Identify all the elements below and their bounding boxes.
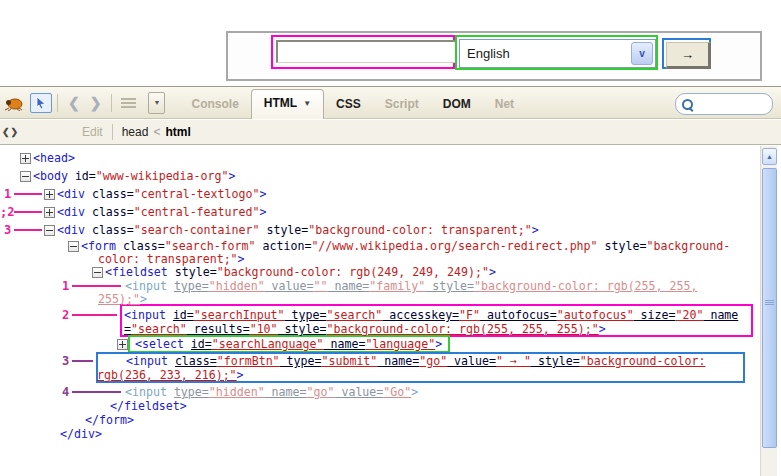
tree-row[interactable]: </fieldset>	[110, 400, 187, 413]
scroll-up-icon[interactable]: ▲	[762, 148, 777, 165]
breadcrumb-separator: <	[148, 125, 165, 139]
scrollbar-thumb[interactable]	[762, 168, 777, 448]
collapse-icon[interactable]	[44, 225, 55, 236]
tab-script[interactable]: Script	[373, 91, 431, 119]
tree-row[interactable]: <head>	[33, 152, 75, 165]
callout-number: 1	[4, 188, 11, 200]
tab-dom[interactable]: DOM	[431, 91, 483, 119]
breadcrumb-scroll-icons[interactable]: ❮❯	[0, 127, 24, 137]
tree-row[interactable]: <input class="formBtn" type="submit" nam…	[126, 355, 705, 368]
callout-line	[72, 285, 121, 287]
expand-icon[interactable]	[117, 339, 128, 350]
toolbar-search-box[interactable]	[675, 93, 773, 115]
tab-console[interactable]: Console	[179, 91, 250, 119]
panel-tabs: ConsoleHTML▼CSSScriptDOMNet	[179, 86, 526, 119]
firebug-icon[interactable]	[4, 95, 24, 111]
collapse-icon[interactable]	[20, 171, 31, 182]
tree-row[interactable]: ="search" results="10" style="background…	[124, 323, 606, 336]
tree-row[interactable]: </div>	[60, 428, 102, 441]
callout-number: 3	[4, 224, 11, 236]
search-icon	[682, 99, 693, 110]
tree-row[interactable]: <input type="hidden" value="" name="fami…	[125, 280, 697, 293]
forward-icon[interactable]: ❯	[85, 95, 107, 111]
firebug-window: English v → ❮ ❯ ▼ ConsoleHTML▼CSSScriptD…	[0, 0, 781, 476]
callout-number: 4	[62, 386, 69, 398]
chevron-down-icon[interactable]: v	[631, 42, 653, 65]
tree-row[interactable]: <input type="hidden" name="go" value="Go…	[125, 386, 418, 399]
collapse-icon[interactable]	[68, 241, 79, 252]
firebug-toolbar: ❮ ❯ ▼ ConsoleHTML▼CSSScriptDOMNet	[0, 86, 781, 119]
language-select-value: English	[460, 46, 629, 61]
inspect-element-icon[interactable]	[30, 93, 52, 113]
tab-net[interactable]: Net	[483, 91, 526, 119]
tree-row[interactable]: rgb(236, 233, 216);">	[97, 369, 244, 382]
callout-line	[72, 391, 121, 393]
breadcrumb-item-html[interactable]: html	[165, 125, 190, 139]
tree-row[interactable]: <body id="www-wikipedia-org">	[33, 170, 235, 183]
tab-css[interactable]: CSS	[324, 91, 373, 119]
callout-number: 2	[62, 309, 69, 321]
tree-row[interactable]: <div class="search-container" style="bac…	[57, 224, 539, 237]
tree-row[interactable]: <div class="central-featured">	[57, 206, 266, 219]
callout-number: 3	[62, 355, 69, 367]
preview-language-select[interactable]: English v	[459, 39, 656, 68]
options-dropdown-icon[interactable]: ▼	[148, 92, 165, 114]
collapse-icon[interactable]	[92, 267, 103, 278]
expand-icon[interactable]	[20, 153, 31, 164]
vertical-scrollbar[interactable]: ▲	[760, 146, 777, 476]
tree-row[interactable]: <input id="searchInput" type="search" ac…	[124, 309, 738, 322]
panel-list-icon[interactable]	[121, 96, 136, 110]
tree-row[interactable]: <fieldset style="background-color: rgb(2…	[105, 266, 496, 279]
preview-go-button[interactable]: →	[666, 42, 711, 69]
tree-row[interactable]: <select id="searchLanguage" name="langua…	[135, 338, 442, 351]
back-icon[interactable]: ❮	[63, 95, 85, 111]
callout-line	[14, 211, 42, 213]
tree-row[interactable]: <div class="central-textlogo">	[57, 188, 266, 201]
breadcrumb-bar: ❮❯ Edit head < html	[0, 120, 781, 145]
callout-number: 1	[62, 280, 69, 292]
expand-icon[interactable]	[44, 189, 55, 200]
breadcrumb-item-head[interactable]: head	[122, 125, 149, 139]
search-input[interactable]	[693, 96, 772, 112]
edit-button[interactable]: Edit	[82, 125, 103, 139]
chevron-down-icon: ▼	[303, 99, 311, 108]
html-tree-panel: <head><body id="www-wikipedia-org"><div …	[0, 145, 760, 476]
callout-line	[14, 193, 42, 195]
tab-html[interactable]: HTML▼	[251, 89, 324, 119]
callout-line	[14, 229, 42, 231]
callout-number: ;2	[0, 206, 14, 218]
tree-row[interactable]: 255);">	[98, 293, 147, 306]
tree-row[interactable]: </form>	[85, 414, 134, 427]
expand-icon[interactable]	[44, 207, 55, 218]
callout-line	[72, 360, 93, 362]
callout-line	[72, 314, 117, 316]
preview-search-input[interactable]	[276, 40, 457, 63]
